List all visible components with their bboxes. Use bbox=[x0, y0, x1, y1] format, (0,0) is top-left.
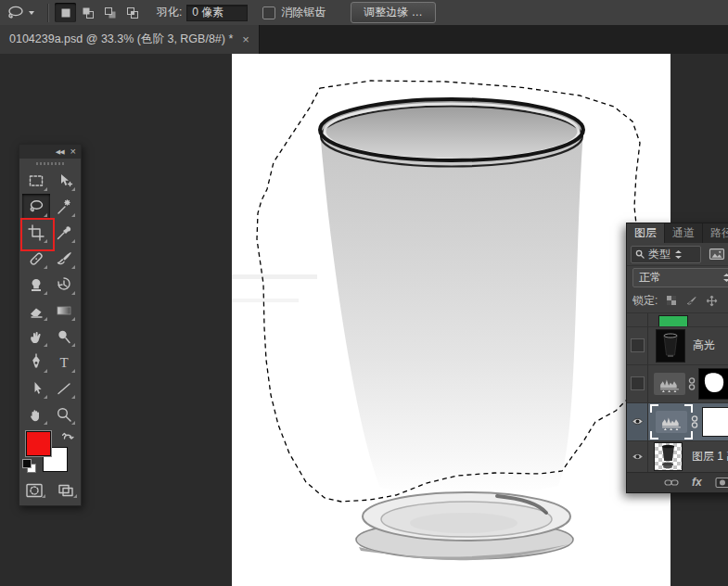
canvas-artwork bbox=[232, 54, 671, 586]
path-selection-tool[interactable] bbox=[22, 376, 50, 401]
rectangular-marquee-tool[interactable] bbox=[22, 168, 50, 194]
layer-name: 图层 1 副 bbox=[692, 449, 728, 465]
link-icon[interactable] bbox=[691, 414, 698, 429]
filter-kind-select[interactable]: 类型 bbox=[631, 246, 701, 263]
lasso-tool[interactable] bbox=[22, 194, 50, 220]
clone-stamp-tool[interactable] bbox=[22, 272, 50, 298]
close-icon[interactable]: × bbox=[70, 146, 76, 157]
layer-name: 高光 bbox=[693, 338, 715, 353]
tool-options-bar: 羽化: 消除锯齿 调整边缘 … bbox=[0, 0, 728, 26]
chevron-down-icon bbox=[29, 11, 34, 15]
layer-thumbnail-cup bbox=[654, 442, 683, 471]
layers-panel-footer: fx bbox=[627, 472, 728, 492]
layer-row-adjustment-1[interactable] bbox=[627, 365, 728, 403]
panel-tab-bar: 图层 通道 路径 历 bbox=[627, 223, 728, 243]
blend-mode-value: 正常 bbox=[639, 270, 661, 286]
foreground-color-swatch[interactable] bbox=[26, 431, 51, 456]
lasso-highlight-annotation bbox=[20, 218, 55, 251]
layer-row-highlight[interactable]: 高光 bbox=[627, 327, 728, 365]
lid-image bbox=[356, 492, 573, 560]
pixel-filter-icon[interactable] bbox=[709, 248, 725, 261]
smudge-tool[interactable] bbox=[22, 324, 50, 350]
new-selection-button[interactable] bbox=[55, 3, 76, 22]
updown-arrows-icon bbox=[722, 273, 728, 283]
green-layer-thumbnail bbox=[658, 315, 688, 326]
lock-position-icon[interactable] bbox=[706, 295, 718, 307]
link-layers-icon[interactable] bbox=[664, 478, 679, 487]
toolbox-panel: ◀◀ × bbox=[19, 144, 82, 506]
pen-tool[interactable] bbox=[22, 350, 50, 376]
layer-row-adjustment-selected[interactable] bbox=[627, 403, 728, 441]
feather-input[interactable] bbox=[186, 5, 248, 21]
eye-icon bbox=[631, 452, 645, 462]
toolbox-header: ◀◀ × bbox=[19, 145, 81, 159]
feather-label: 羽化: bbox=[157, 5, 182, 20]
antialias-checkbox[interactable] bbox=[262, 6, 275, 19]
lock-label: 锁定: bbox=[632, 293, 658, 309]
layer-style-fx-icon[interactable]: fx bbox=[692, 476, 702, 489]
screen-mode-button[interactable] bbox=[52, 480, 80, 501]
tab-channels[interactable]: 通道 bbox=[665, 223, 703, 243]
blend-mode-select[interactable]: 正常 bbox=[632, 268, 728, 287]
layer-mask-thumbnail[interactable] bbox=[698, 368, 728, 400]
link-icon[interactable] bbox=[688, 376, 696, 391]
lasso-tool-preset[interactable] bbox=[6, 4, 34, 22]
layers-panel: 图层 通道 路径 历 类型 正常 bbox=[626, 223, 728, 493]
color-swatches bbox=[19, 429, 81, 478]
svg-text:T: T bbox=[59, 355, 68, 370]
tab-paths[interactable]: 路径 bbox=[703, 223, 728, 243]
dodge-tool[interactable] bbox=[50, 324, 78, 350]
intersect-selection-button[interactable] bbox=[121, 3, 143, 22]
visibility-toggle[interactable] bbox=[627, 327, 648, 364]
photoshop-window: 羽化: 消除锯齿 调整边缘 … 0104239a.psd @ 33.3% (色阶… bbox=[0, 0, 728, 586]
levels-adjustment-icon bbox=[654, 373, 685, 395]
lock-pixels-icon[interactable] bbox=[685, 295, 697, 307]
magic-wand-tool[interactable] bbox=[50, 194, 78, 220]
visibility-toggle[interactable] bbox=[627, 441, 648, 472]
gradient-tool[interactable] bbox=[50, 298, 78, 324]
zoom-tool[interactable] bbox=[50, 401, 78, 427]
quick-mask-button[interactable] bbox=[20, 480, 48, 501]
search-icon bbox=[635, 249, 645, 259]
layer-mask-thumbnail-white[interactable] bbox=[702, 407, 728, 437]
faint-streak bbox=[232, 274, 317, 279]
eye-icon bbox=[631, 416, 645, 427]
lasso-icon bbox=[6, 4, 26, 22]
add-mask-icon[interactable] bbox=[715, 477, 728, 489]
updown-arrows-icon bbox=[674, 249, 683, 260]
subtract-from-selection-button[interactable] bbox=[99, 3, 121, 22]
add-to-selection-button[interactable] bbox=[77, 3, 98, 22]
refine-edge-button[interactable]: 调整边缘 … bbox=[351, 2, 435, 23]
swap-colors-icon[interactable] bbox=[61, 430, 75, 442]
document-tab[interactable]: 0104239a.psd @ 33.3% (色阶 3, RGB/8#) * × bbox=[0, 25, 260, 54]
separator bbox=[47, 4, 49, 22]
eraser-tool[interactable] bbox=[22, 298, 50, 324]
layer-thumbnail-black-cup bbox=[656, 329, 685, 363]
document-canvas[interactable] bbox=[232, 54, 671, 586]
document-tab-bar: 0104239a.psd @ 33.3% (色阶 3, RGB/8#) * × bbox=[0, 25, 728, 54]
move-tool[interactable] bbox=[50, 168, 78, 194]
type-tool[interactable]: T bbox=[50, 350, 78, 376]
faint-streak bbox=[232, 299, 299, 302]
layer-filter-row: 类型 bbox=[627, 243, 728, 265]
blend-mode-row: 正常 bbox=[627, 266, 728, 289]
collapse-panel-icon[interactable]: ◀◀ bbox=[56, 148, 64, 156]
layer-row-layer1[interactable]: 图层 1 副 bbox=[627, 441, 728, 472]
panel-grip[interactable] bbox=[19, 159, 81, 168]
visibility-toggle[interactable] bbox=[627, 403, 648, 440]
lock-transparency-icon[interactable] bbox=[666, 295, 677, 306]
levels-adjustment-icon bbox=[656, 411, 687, 433]
visibility-toggle[interactable] bbox=[627, 365, 648, 402]
lock-row: 锁定: bbox=[627, 289, 728, 312]
cup-image bbox=[320, 99, 583, 496]
layer-list: 高光 bbox=[627, 313, 728, 472]
antialias-label: 消除锯齿 bbox=[281, 5, 326, 20]
close-icon[interactable]: × bbox=[242, 32, 249, 46]
layer-row-green-partial[interactable] bbox=[627, 313, 728, 327]
tab-layers[interactable]: 图层 bbox=[627, 223, 665, 243]
default-colors-icon[interactable] bbox=[22, 459, 37, 474]
hand-tool[interactable] bbox=[22, 401, 50, 427]
line-tool[interactable] bbox=[50, 376, 78, 401]
document-title: 0104239a.psd @ 33.3% (色阶 3, RGB/8#) * bbox=[9, 32, 233, 47]
history-brush-tool[interactable] bbox=[50, 272, 78, 298]
